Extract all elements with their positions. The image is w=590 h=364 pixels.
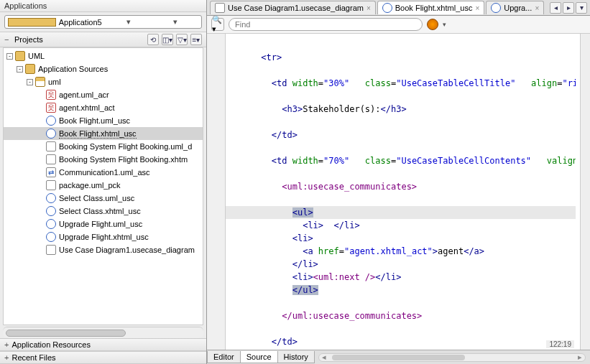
tree-item[interactable]: Book Flight.uml_usc	[4, 114, 203, 127]
tree-item[interactable]: Booking System Flight Booking.xhtm	[4, 153, 203, 166]
close-icon[interactable]: ×	[367, 4, 371, 12]
tree-item[interactable]: Upgrade Flight.uml_usc	[4, 218, 203, 230]
usecase-icon	[491, 3, 501, 13]
usecase-icon	[46, 206, 56, 216]
tree-item-label: Application Sources	[38, 65, 108, 73]
file-icon	[46, 141, 56, 151]
editor-tab[interactable]: Book Flight.xhtml_usc×	[377, 1, 484, 14]
diagram-icon	[215, 3, 225, 13]
tree-item[interactable]: ⇄Communication1.uml_asc	[4, 166, 203, 179]
editor-tabs: Use Case Diagram1.usecase_diagram×Book F…	[207, 0, 590, 16]
editor-ruler	[580, 34, 590, 350]
expand-icon: +	[4, 353, 9, 362]
editor-gutter	[207, 34, 226, 350]
usecase-icon	[46, 116, 56, 126]
tree-item[interactable]: 웃agent.xhtml_act	[4, 101, 203, 114]
tab-nav-button[interactable]: ◂	[550, 2, 561, 14]
dropdown-arrow-icon: ▾	[152, 17, 198, 27]
usecase-icon	[46, 193, 56, 203]
tree-toggle-icon[interactable]: -	[6, 53, 13, 60]
recent-files-header[interactable]: + Recent Files	[0, 351, 206, 364]
cursor-position: 122:19	[546, 340, 574, 348]
tree-item-label: UML	[28, 52, 45, 60]
folder-icon	[15, 51, 25, 61]
code-editor[interactable]: <tr> <td width="30%" class="UseCaseTable…	[207, 34, 590, 350]
chevron-down-icon[interactable]: ▾	[443, 21, 446, 28]
applications-label: Applications	[4, 1, 47, 10]
app-resources-header[interactable]: + Application Resources	[0, 338, 206, 351]
tree-item[interactable]: Use Case Diagram1.usecase_diagram	[4, 243, 203, 256]
usecase-icon	[46, 232, 56, 242]
settings-button[interactable]: ≡▾	[190, 34, 202, 45]
collapse-icon[interactable]: −	[4, 35, 11, 44]
tree-item-label: uml	[48, 78, 61, 86]
tree-item[interactable]: package.uml_pck	[4, 179, 203, 192]
filter-button[interactable]: ▽▾	[176, 34, 188, 45]
project-tree[interactable]: -UML-Application Sources-uml웃agent.uml_a…	[3, 47, 203, 325]
usecase-icon	[382, 3, 392, 13]
chevron-down-icon: ▾	[106, 17, 152, 27]
close-icon[interactable]: ×	[475, 4, 479, 12]
tree-item-label: package.uml_pck	[59, 181, 121, 190]
tree-item[interactable]: Book Flight.xhtml_usc	[4, 127, 203, 140]
tree-item-label: Select Class.xhtml_usc	[59, 207, 141, 215]
view-button[interactable]: ◫▾	[162, 34, 173, 45]
tree-item[interactable]: Upgrade Flight.xhtml_usc	[4, 230, 203, 243]
tree-item-label: Select Class.uml_usc	[59, 194, 134, 202]
projects-header: − Projects ⟲ ◫▾ ▽▾ ≡▾	[0, 32, 206, 47]
tab-label: Use Case Diagram1.usecase_diagram	[228, 4, 364, 12]
actor-icon: 웃	[46, 103, 56, 113]
tree-item[interactable]: Booking System Flight Booking.uml_d	[4, 140, 203, 153]
tree-item-label: Booking System Flight Booking.xhtm	[59, 155, 188, 164]
search-icon[interactable]: 🔍▾	[211, 18, 224, 31]
tab-nav-button[interactable]: ▾	[576, 2, 587, 14]
tree-item-label: agent.uml_acr	[59, 90, 109, 99]
tree-item-label: Use Case Diagram1.usecase_diagram	[59, 246, 195, 254]
close-icon[interactable]: ×	[535, 4, 539, 12]
find-bar: 🔍▾ ▾	[207, 16, 590, 34]
tree-item[interactable]: Select Class.uml_usc	[4, 192, 203, 205]
tree-toggle-icon[interactable]: -	[27, 79, 33, 85]
pkg-icon	[35, 77, 45, 87]
actor-icon: 웃	[46, 90, 56, 100]
application-name: Application5	[59, 18, 106, 27]
editor-tab[interactable]: Upgra...×	[486, 1, 544, 14]
tree-item[interactable]: -Application Sources	[4, 62, 203, 75]
tree-item[interactable]: Select Class.xhtml_usc	[4, 205, 203, 218]
tree-item-label: Upgrade Flight.uml_usc	[59, 220, 142, 228]
tree-item[interactable]: -UML	[4, 50, 203, 62]
tree-item[interactable]: -uml	[4, 75, 203, 88]
browser-icon[interactable]	[427, 19, 438, 30]
bottom-tab-source[interactable]: Source	[240, 351, 278, 363]
bottom-tab-history[interactable]: History	[277, 351, 315, 363]
tab-nav-button[interactable]: ▸	[563, 2, 574, 14]
applications-header: Applications	[0, 0, 206, 12]
refresh-button[interactable]: ⟲	[147, 34, 159, 45]
tree-item-label: Booking System Flight Booking.uml_d	[59, 142, 192, 151]
tab-label: Upgra...	[504, 4, 532, 12]
find-input[interactable]	[229, 18, 423, 31]
folder-icon	[25, 64, 35, 74]
expand-icon: +	[4, 340, 9, 349]
comm-icon: ⇄	[46, 167, 56, 177]
diagram-icon	[46, 245, 56, 255]
tree-item-label: Book Flight.uml_usc	[59, 116, 130, 125]
tree-item-label: Book Flight.xhtml_usc	[59, 129, 137, 139]
editor-hscroll[interactable]: ◂▸	[318, 353, 586, 362]
tree-item-label: agent.xhtml_act	[59, 103, 115, 112]
file-icon	[46, 180, 56, 190]
projects-label: Projects	[14, 35, 147, 44]
tab-label: Book Flight.xhtml_usc	[395, 4, 473, 12]
usecase-icon	[46, 219, 56, 229]
usecase-icon	[46, 129, 56, 139]
application-selector[interactable]: Application5 ▾ ▾	[4, 15, 202, 29]
file-icon	[46, 154, 56, 164]
editor-tab[interactable]: Use Case Diagram1.usecase_diagram×	[210, 1, 376, 14]
bottom-tab-editor[interactable]: Editor	[207, 351, 241, 363]
tree-scrollbar[interactable]	[3, 327, 203, 338]
tree-toggle-icon[interactable]: -	[17, 66, 23, 73]
tree-item-label: Communication1.uml_asc	[59, 168, 150, 177]
tree-item[interactable]: 웃agent.uml_acr	[4, 88, 203, 101]
tree-item-label: Upgrade Flight.xhtml_usc	[59, 233, 149, 241]
editor-bottom-tabs: EditorSourceHistory◂▸	[207, 350, 590, 364]
